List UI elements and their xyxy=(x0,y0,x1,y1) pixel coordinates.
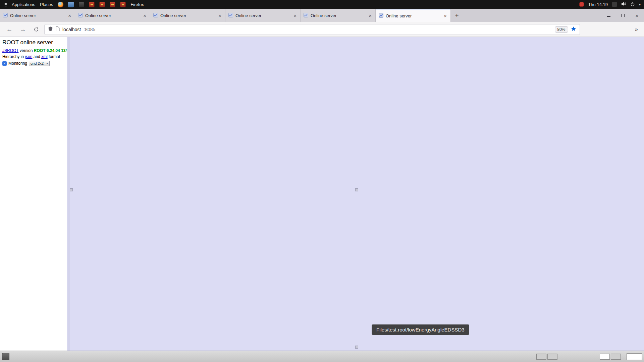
tab-close-icon[interactable]: × xyxy=(368,13,372,18)
tab-online-server-6[interactable]: Online server× xyxy=(376,9,451,22)
url-host: localhost xyxy=(62,27,81,32)
grid-splitter-handle[interactable] xyxy=(70,188,73,191)
tab-close-icon[interactable]: × xyxy=(218,13,222,18)
monitoring-row: ✓ Monitoring grid 2x2▾ xyxy=(2,61,67,66)
workspace-pager xyxy=(536,353,642,360)
tab-favicon-icon xyxy=(304,13,308,18)
app-launcher-icon-3[interactable] xyxy=(110,2,115,7)
tab-favicon-icon xyxy=(153,13,158,18)
root-version: ROOT 6.24.04 13/07/2 xyxy=(34,48,67,53)
toolbar-overflow-button[interactable]: » xyxy=(633,26,640,33)
grid-splitter-handle[interactable] xyxy=(355,346,358,349)
workspace-1[interactable] xyxy=(536,354,546,360)
page-title: ROOT online server xyxy=(2,39,67,46)
forward-button[interactable]: → xyxy=(17,24,28,35)
back-button[interactable]: ← xyxy=(4,24,15,35)
terminal-launcher-icon[interactable] xyxy=(78,2,84,7)
page-content: ROOT online server JSROOT version ROOT 6… xyxy=(0,37,644,351)
jsroot-sidebar: ROOT online server JSROOT version ROOT 6… xyxy=(0,37,67,351)
gnome-top-bar: Applications Places Firefox Thu 14:19 ▾ xyxy=(0,0,644,9)
tab-favicon-icon xyxy=(3,13,8,18)
files-launcher-icon[interactable] xyxy=(68,2,74,7)
layout-select[interactable]: grid 2x2▾ xyxy=(29,61,50,66)
tab-favicon-icon xyxy=(379,13,383,19)
tab-close-icon[interactable]: × xyxy=(293,13,297,18)
system-menu-caret-icon[interactable]: ▾ xyxy=(639,3,641,6)
url-port: :8085 xyxy=(84,27,95,32)
tab-close-icon[interactable]: × xyxy=(143,13,147,18)
volume-icon[interactable] xyxy=(621,2,626,7)
maximize-icon xyxy=(621,14,625,17)
xml-link[interactable]: xml xyxy=(41,54,48,59)
tab-online-server-3[interactable]: Online server× xyxy=(150,9,225,22)
bookmark-star-icon[interactable] xyxy=(571,26,576,33)
workspace-3[interactable] xyxy=(600,354,610,360)
grid-splitter-handle[interactable] xyxy=(355,188,358,191)
tab-online-server-2[interactable]: Online server× xyxy=(75,9,150,22)
power-icon[interactable] xyxy=(630,2,635,7)
browser-tab-bar: Online server×Online server×Online serve… xyxy=(0,9,644,22)
tab-close-icon[interactable]: × xyxy=(67,13,72,18)
canvas-grid-area: Files/test.root/lowEnergyAngleEDSSD3 xyxy=(70,37,644,351)
desktop-taskbar xyxy=(0,351,644,362)
shield-icon[interactable] xyxy=(48,26,53,33)
maximize-button[interactable] xyxy=(616,9,630,22)
clock[interactable]: Thu 14:19 xyxy=(588,2,608,7)
tab-favicon-icon xyxy=(228,13,233,18)
panel-menu-icon[interactable] xyxy=(2,353,9,360)
places-menu[interactable]: Places xyxy=(40,2,53,7)
sidebar-scrollbar[interactable] xyxy=(67,37,70,351)
tab-title: Online server xyxy=(235,13,290,18)
zoom-indicator[interactable]: 80% xyxy=(555,26,568,33)
firefox-launcher-icon[interactable] xyxy=(58,2,63,7)
url-bar[interactable]: localhost:8085 80% xyxy=(44,24,580,35)
tab-title: Online server xyxy=(85,13,140,18)
minimize-icon xyxy=(607,14,610,17)
workspace-4[interactable] xyxy=(611,354,621,360)
browser-nav-bar: ← → localhost:8085 80% » xyxy=(0,22,644,37)
monitoring-checkbox[interactable]: ✓ xyxy=(2,61,7,66)
screen-share-indicator-icon[interactable] xyxy=(579,2,584,7)
close-button[interactable]: × xyxy=(630,9,644,22)
window-controls: × xyxy=(602,9,644,22)
applications-menu-icon xyxy=(3,3,7,6)
tab-strip: Online server×Online server×Online serve… xyxy=(0,9,451,22)
reload-button[interactable] xyxy=(31,24,42,35)
workspace-2[interactable] xyxy=(547,354,557,360)
tab-title: Online server xyxy=(311,13,366,18)
tab-title: Online server xyxy=(160,13,215,18)
jsroot-link[interactable]: JSROOT xyxy=(2,48,18,53)
chevron-down-icon: ▾ xyxy=(46,62,48,65)
tab-favicon-icon xyxy=(78,13,83,18)
page-info-icon[interactable] xyxy=(56,26,60,32)
applications-menu[interactable]: Applications xyxy=(12,2,35,7)
tab-online-server-1[interactable]: Online server× xyxy=(0,9,75,22)
tab-online-server-5[interactable]: Online server× xyxy=(301,9,376,22)
minimize-button[interactable] xyxy=(602,9,616,22)
focused-window-label: Firefox xyxy=(130,2,144,7)
app-launcher-icon-1[interactable] xyxy=(89,2,95,7)
tab-close-icon[interactable]: × xyxy=(443,13,447,18)
new-tab-button[interactable]: + xyxy=(451,9,463,22)
monitoring-label: Monitoring xyxy=(8,61,27,66)
histogram-tooltip: Files/test.root/lowEnergyAngleEDSSD3 xyxy=(372,324,469,335)
version-line: JSROOT version ROOT 6.24.04 13/07/2 xyxy=(2,48,67,53)
app-launcher-icon-4[interactable] xyxy=(120,2,126,7)
tab-title: Online server xyxy=(10,13,65,18)
app-launcher-icon-2[interactable] xyxy=(99,2,105,7)
json-link[interactable]: json xyxy=(25,54,32,59)
system-tray[interactable] xyxy=(627,353,642,360)
input-source-icon[interactable] xyxy=(612,2,617,7)
hierarchy-line: Hierarchy in json and xml format xyxy=(2,54,67,59)
tab-online-server-4[interactable]: Online server× xyxy=(225,9,301,22)
tab-title: Online server xyxy=(386,13,441,18)
